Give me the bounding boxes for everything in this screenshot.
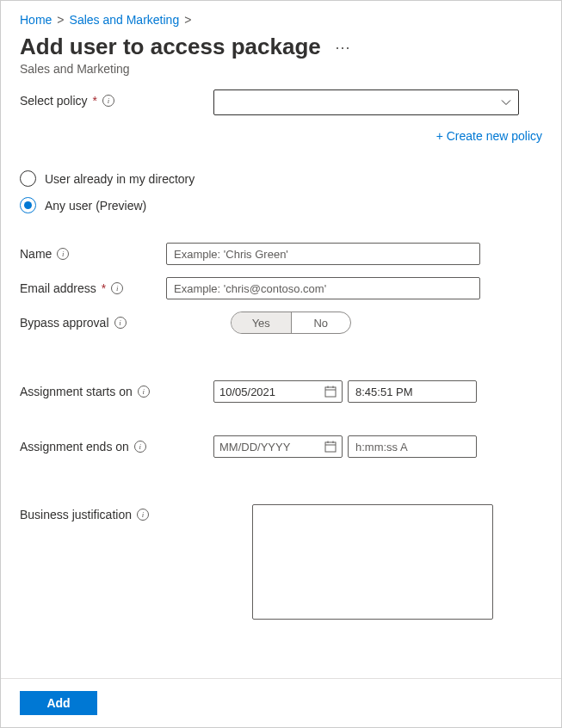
info-icon[interactable]: i	[114, 317, 127, 329]
footer-bar: Add	[1, 678, 561, 727]
breadcrumb-home[interactable]: Home	[20, 13, 52, 27]
svg-rect-4	[325, 442, 336, 452]
radio-icon	[20, 170, 36, 187]
end-date-input[interactable]: MM/DD/YYYY	[213, 435, 343, 458]
radio-icon-checked	[20, 197, 36, 213]
end-date-placeholder: MM/DD/YYYY	[219, 441, 319, 453]
more-actions-button[interactable]: ⋯	[331, 40, 354, 55]
required-asterisk: *	[102, 281, 106, 295]
start-date-input[interactable]: 10/05/2021	[213, 380, 343, 403]
assignment-starts-label: Assignment starts on	[20, 385, 133, 398]
end-time-placeholder: h:mm:ss A	[355, 441, 408, 453]
info-icon[interactable]: i	[111, 282, 123, 294]
info-icon[interactable]: i	[138, 386, 150, 398]
svg-rect-0	[325, 387, 336, 397]
add-button[interactable]: Add	[20, 691, 97, 715]
user-type-radio-group: User already in my directory Any user (P…	[20, 170, 542, 213]
info-icon[interactable]: i	[57, 248, 69, 260]
info-icon[interactable]: i	[102, 95, 114, 107]
name-label: Name	[20, 247, 52, 261]
breadcrumb-sales-marketing[interactable]: Sales and Marketing	[70, 13, 180, 27]
radio-user-in-directory[interactable]: User already in my directory	[20, 170, 542, 187]
info-icon[interactable]: i	[134, 441, 146, 453]
radio-label: User already in my directory	[45, 172, 195, 186]
bypass-approval-label: Bypass approval	[20, 316, 109, 330]
radio-label: Any user (Preview)	[45, 199, 146, 213]
select-policy-dropdown[interactable]	[213, 89, 519, 115]
breadcrumb-sep-2: >	[184, 13, 191, 27]
required-asterisk: *	[93, 94, 97, 108]
end-time-input[interactable]: h:mm:ss A	[348, 435, 477, 458]
info-icon[interactable]: i	[137, 509, 149, 521]
page-title: Add user to access package	[20, 34, 321, 60]
email-input[interactable]	[166, 277, 480, 299]
create-new-policy-link[interactable]: + Create new policy	[436, 129, 542, 143]
radio-any-user[interactable]: Any user (Preview)	[20, 197, 542, 213]
justification-label: Business justification	[20, 508, 132, 521]
start-time-value: 8:45:51 PM	[355, 386, 413, 398]
bypass-yes-option[interactable]: Yes	[232, 312, 292, 333]
email-label: Email address	[20, 281, 96, 295]
start-time-input[interactable]: 8:45:51 PM	[348, 380, 477, 403]
chevron-down-icon	[501, 97, 511, 108]
calendar-icon	[324, 386, 337, 398]
assignment-ends-label: Assignment ends on	[20, 440, 129, 453]
name-input[interactable]	[166, 243, 480, 265]
start-date-value: 10/05/2021	[219, 386, 319, 398]
justification-textarea[interactable]	[252, 504, 493, 620]
page-subtitle: Sales and Marketing	[20, 62, 542, 76]
breadcrumb-sep-1: >	[57, 13, 64, 27]
breadcrumb: Home > Sales and Marketing >	[20, 13, 542, 27]
select-policy-label: Select policy	[20, 94, 88, 108]
bypass-no-option[interactable]: No	[292, 312, 351, 333]
bypass-approval-toggle[interactable]: Yes No	[231, 312, 351, 334]
calendar-icon	[324, 441, 337, 453]
